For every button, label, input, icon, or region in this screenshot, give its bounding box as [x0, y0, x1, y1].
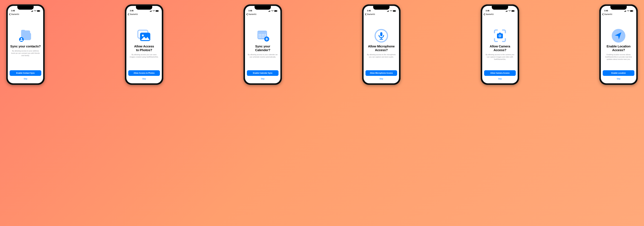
primary-button[interactable]: Enable Location [603, 70, 634, 76]
svg-rect-49 [265, 39, 268, 39]
svg-rect-25 [270, 11, 270, 12]
svg-rect-38 [260, 36, 261, 36]
svg-rect-27 [274, 11, 277, 12]
nav-bar: StarterKit [482, 12, 518, 17]
svg-rect-12 [150, 11, 150, 12]
svg-rect-50 [387, 11, 387, 12]
svg-rect-40 [263, 36, 264, 36]
svg-rect-53 [388, 11, 389, 12]
back-button[interactable]: StarterKit [602, 13, 612, 16]
back-button[interactable]: StarterKit [127, 13, 138, 16]
svg-rect-32 [259, 34, 260, 35]
skip-button[interactable]: Skip [247, 78, 278, 80]
svg-rect-61 [506, 11, 506, 12]
skip-button[interactable]: Skip [603, 78, 634, 80]
battery-icon [274, 10, 278, 12]
phone-frame: 3:46 StarterKit [599, 4, 638, 85]
skip-button[interactable]: Skip [128, 78, 160, 80]
svg-rect-71 [625, 11, 625, 12]
primary-button[interactable]: Allow Camera Access [484, 70, 516, 76]
svg-rect-28 [277, 11, 278, 11]
permission-body: By allowing access to the camera you can… [485, 54, 515, 61]
svg-rect-31 [258, 33, 267, 33]
battery-icon [37, 10, 40, 12]
permission-content: Allow Microphone Access? By allowing acc… [364, 17, 399, 70]
svg-rect-15 [151, 11, 152, 12]
svg-rect-1 [32, 11, 32, 12]
cellular-icon [506, 10, 508, 12]
phone-frame: 3:46 StarterKit [6, 4, 45, 85]
svg-rect-58 [380, 32, 382, 36]
permission-content: Sync your Calender? By allowing access t… [245, 17, 280, 70]
svg-rect-33 [260, 34, 261, 35]
wifi-icon [627, 10, 630, 12]
wifi-icon [271, 10, 274, 12]
notch [18, 6, 34, 10]
primary-button[interactable]: Allow Microphone Access [366, 70, 397, 76]
footer: Allow Microphone Access Skip [364, 70, 399, 83]
chevron-left-icon [364, 13, 367, 16]
back-button[interactable]: StarterKit [9, 13, 19, 16]
permission-content: Sync your contacts? By allowing access t… [8, 17, 43, 70]
battery-icon [630, 10, 634, 12]
nav-bar: StarterKit [601, 12, 636, 17]
back-label: StarterKit [604, 13, 612, 15]
phone-frame: 3:46 StarterKit [481, 4, 519, 85]
notch [136, 6, 152, 10]
back-button[interactable]: StarterKit [483, 13, 494, 16]
battery-icon [512, 10, 515, 12]
svg-rect-36 [265, 34, 266, 35]
status-time: 3:46 [367, 10, 371, 12]
location-icon [611, 29, 626, 43]
permission-content: Allow Camera Access? By allowing access … [482, 17, 518, 70]
chevron-left-icon [483, 13, 485, 16]
svg-rect-66 [512, 11, 514, 12]
svg-rect-75 [630, 11, 633, 12]
footer: Allow Camera Access Skip [482, 70, 518, 83]
back-button[interactable]: StarterKit [246, 13, 256, 16]
footer: Enable Location Skip [601, 70, 636, 83]
svg-rect-24 [269, 11, 270, 12]
primary-button[interactable]: Enable Calender Sync [247, 70, 278, 76]
primary-button[interactable]: Enable Contact Sync [10, 70, 41, 76]
svg-point-11 [21, 38, 22, 40]
status-indicators [31, 10, 40, 12]
phone-frame: 3:46 StarterKit [362, 4, 400, 85]
svg-rect-63 [506, 11, 507, 12]
permission-body: By allowing access you can save images c… [129, 54, 159, 58]
svg-rect-70 [624, 11, 624, 12]
svg-rect-52 [388, 11, 388, 12]
status-time: 3:46 [604, 10, 608, 12]
svg-rect-8 [21, 30, 25, 32]
permission-title: Allow Microphone Access? [368, 45, 395, 52]
skip-button[interactable]: Skip [366, 78, 397, 80]
footer: Enable Contact Sync Skip [8, 70, 43, 83]
cellular-icon [387, 10, 389, 12]
wifi-icon [152, 10, 155, 12]
svg-rect-13 [150, 11, 150, 12]
svg-rect-51 [388, 11, 388, 12]
status-time: 3:46 [11, 10, 15, 12]
svg-point-10 [19, 37, 24, 42]
back-label: StarterKit [248, 13, 256, 15]
notch [373, 6, 390, 10]
primary-button[interactable]: Allow Access to Photos [128, 70, 160, 76]
svg-rect-56 [396, 11, 396, 11]
svg-rect-17 [156, 11, 158, 12]
screen: 3:46 StarterKit [245, 6, 280, 83]
svg-rect-55 [393, 11, 396, 12]
svg-rect-18 [159, 11, 159, 11]
svg-rect-35 [263, 34, 264, 35]
back-label: StarterKit [11, 13, 19, 15]
skip-button[interactable]: Skip [484, 78, 516, 80]
back-button[interactable]: StarterKit [364, 13, 375, 16]
svg-rect-34 [262, 34, 263, 35]
back-label: StarterKit [367, 13, 375, 15]
status-indicators [387, 10, 396, 12]
skip-button[interactable]: Skip [10, 78, 41, 80]
nav-bar: StarterKit [245, 12, 280, 17]
svg-rect-2 [32, 11, 32, 12]
svg-rect-72 [625, 11, 626, 12]
svg-rect-0 [31, 11, 32, 12]
microphone-icon [374, 29, 388, 43]
